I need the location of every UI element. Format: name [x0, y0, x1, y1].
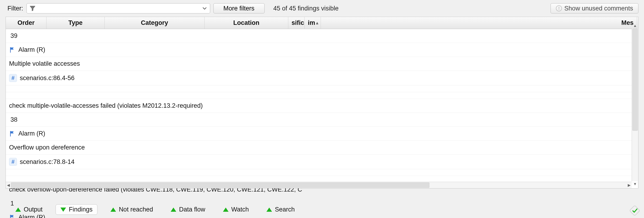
tab-label: Watch	[231, 206, 249, 213]
funnel-icon	[29, 5, 36, 12]
scroll-up-icon[interactable]: ▲	[632, 23, 638, 28]
col-category[interactable]: Category	[104, 17, 204, 29]
chevron-down-icon[interactable]	[201, 5, 208, 12]
cell-classification	[6, 169, 638, 176]
triangle-up-icon	[266, 208, 272, 212]
cell-classification	[6, 85, 638, 92]
goto-source-icon[interactable]: #	[9, 158, 17, 166]
svg-rect-0	[630, 206, 640, 216]
scroll-right-icon[interactable]: ▶	[626, 182, 632, 188]
triangle-up-icon	[110, 208, 116, 212]
tab-watch[interactable]: Watch	[218, 205, 254, 215]
cell-category: Multiple volatile accesses	[6, 57, 638, 71]
findings-table: Order Type Category Location sifica im▲ …	[6, 17, 638, 189]
filter-bar: Filter: More filters 45 of 45 findings v…	[0, 0, 644, 17]
bottom-tab-bar: Output Findings Not reached Data flow Wa…	[0, 202, 644, 218]
more-filters-button[interactable]: More filters	[214, 3, 264, 13]
scroll-left-icon[interactable]: ◀	[6, 182, 11, 188]
tab-label: Output	[24, 206, 42, 213]
cell-location: #scenarios.c:78.8-14	[6, 155, 638, 169]
triangle-up-icon	[223, 208, 228, 212]
lightbulb-icon: !	[556, 5, 562, 11]
cell-message: check multiple-volatile-accesses failed …	[6, 99, 638, 113]
filter-combobox[interactable]	[26, 3, 210, 13]
tab-data-flow[interactable]: Data flow	[166, 205, 210, 215]
tab-label: Search	[275, 206, 295, 213]
cell-order: 39	[6, 29, 638, 43]
filter-label: Filter:	[8, 5, 23, 12]
findings-count-label: 45 of 45 findings visible	[274, 5, 339, 12]
tab-label: Not reached	[119, 206, 153, 213]
tab-label: Data flow	[179, 206, 205, 213]
col-order[interactable]: Order	[6, 17, 46, 29]
tab-search[interactable]: Search	[262, 205, 300, 215]
scroll-down-icon[interactable]: ▼	[632, 181, 638, 187]
table-body: 39Alarm (R)Multiple volatile accesses#sc…	[6, 29, 638, 218]
triangle-up-icon	[171, 208, 176, 212]
vertical-scroll-thumb[interactable]	[632, 28, 638, 131]
app-root: Filter: More filters 45 of 45 findings v…	[0, 0, 644, 218]
tab-output[interactable]: Output	[11, 205, 47, 215]
table-header-row: Order Type Category Location sifica im▲ …	[6, 17, 638, 29]
goto-source-icon[interactable]: #	[9, 74, 17, 82]
vertical-scrollbar[interactable]: ▲ ▼	[632, 28, 638, 181]
cell-order: 38	[6, 113, 638, 127]
flag-icon	[9, 47, 16, 53]
horizontal-scroll-thumb[interactable]	[11, 183, 430, 188]
cell-type: Alarm (R)	[6, 43, 638, 57]
col-classification[interactable]: sifica	[288, 17, 304, 29]
sort-asc-icon: ▲	[315, 20, 319, 25]
cell-location: #scenarios.c:86.4-56	[6, 71, 638, 85]
flag-icon	[9, 130, 16, 137]
cell-category: Overflow upon dereference	[6, 141, 638, 155]
triangle-down-icon	[60, 208, 66, 212]
tab-findings[interactable]: Findings	[56, 204, 98, 215]
tab-label: Findings	[69, 206, 92, 213]
col-message[interactable]: Mes	[321, 17, 637, 29]
triangle-up-icon	[15, 208, 21, 212]
col-impact[interactable]: im▲	[304, 17, 321, 29]
show-unused-label: Show unused comments	[564, 5, 633, 12]
status-check-icon	[630, 206, 640, 216]
horizontal-scrollbar[interactable]: ◀ ▶	[6, 182, 632, 188]
col-type[interactable]: Type	[46, 17, 104, 29]
show-unused-comments-button[interactable]: ! Show unused comments	[550, 3, 638, 13]
tab-not-reached[interactable]: Not reached	[106, 205, 158, 215]
cell-type: Alarm (R)	[6, 127, 638, 141]
cell-impact	[6, 92, 638, 99]
col-location[interactable]: Location	[204, 17, 288, 29]
